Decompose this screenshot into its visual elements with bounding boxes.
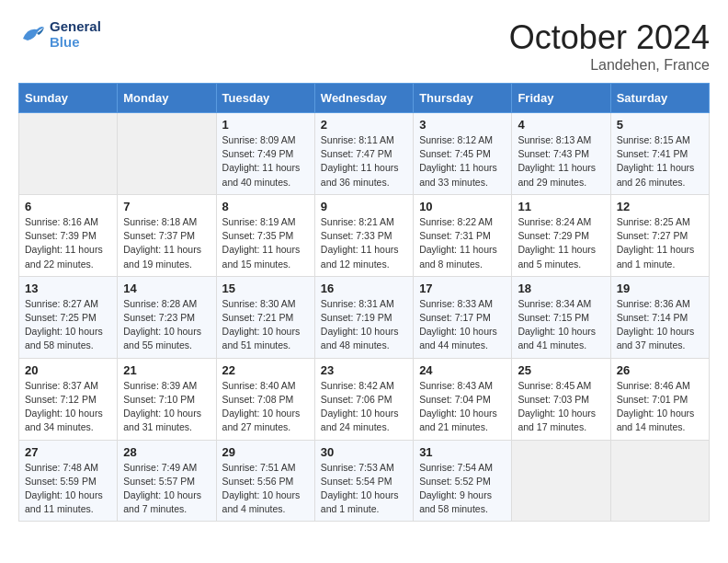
day-info: Sunrise: 8:45 AMSunset: 7:03 PMDaylight:… [518, 380, 596, 433]
logo-icon [18, 20, 46, 48]
calendar-cell: 3Sunrise: 8:12 AMSunset: 7:45 PMDaylight… [414, 113, 512, 195]
day-info: Sunrise: 8:13 AMSunset: 7:43 PMDaylight:… [518, 134, 596, 188]
calendar-cell: 6Sunrise: 8:16 AMSunset: 7:39 PMDaylight… [19, 194, 118, 276]
calendar-cell: 7Sunrise: 8:18 AMSunset: 7:37 PMDaylight… [118, 194, 216, 276]
day-number: 27 [25, 445, 111, 459]
calendar-cell: 5Sunrise: 8:15 AMSunset: 7:41 PMDaylight… [610, 113, 709, 195]
calendar-cell [610, 440, 709, 522]
day-number: 8 [222, 200, 309, 213]
day-info: Sunrise: 8:19 AMSunset: 7:35 PMDaylight:… [222, 216, 301, 270]
calendar-header-friday: Friday [512, 84, 610, 113]
calendar-cell: 18Sunrise: 8:34 AMSunset: 7:15 PMDayligh… [512, 276, 610, 358]
day-info: Sunrise: 8:33 AMSunset: 7:17 PMDaylight:… [419, 298, 497, 351]
day-info: Sunrise: 8:28 AMSunset: 7:23 PMDaylight:… [123, 298, 201, 351]
calendar-week-2: 6Sunrise: 8:16 AMSunset: 7:39 PMDaylight… [19, 194, 710, 276]
calendar-cell: 24Sunrise: 8:43 AMSunset: 7:04 PMDayligh… [414, 358, 512, 440]
month-title: October 2024 [509, 18, 710, 57]
day-number: 17 [419, 282, 506, 295]
day-number: 19 [617, 282, 703, 295]
calendar-cell: 9Sunrise: 8:21 AMSunset: 7:33 PMDaylight… [314, 194, 413, 276]
calendar-cell: 16Sunrise: 8:31 AMSunset: 7:19 PMDayligh… [314, 276, 413, 358]
day-number: 26 [617, 363, 703, 377]
calendar-header-row: SundayMondayTuesdayWednesdayThursdayFrid… [19, 84, 710, 113]
calendar-cell [19, 113, 118, 195]
calendar-header-wednesday: Wednesday [314, 84, 413, 113]
day-info: Sunrise: 7:51 AMSunset: 5:56 PMDaylight:… [222, 462, 301, 515]
day-info: Sunrise: 8:22 AMSunset: 7:31 PMDaylight:… [419, 216, 497, 270]
calendar-cell: 29Sunrise: 7:51 AMSunset: 5:56 PMDayligh… [216, 440, 314, 522]
logo: General Blue [18, 18, 101, 50]
location: Landehen, France [509, 57, 710, 74]
calendar-cell: 10Sunrise: 8:22 AMSunset: 7:31 PMDayligh… [414, 194, 512, 276]
day-number: 1 [222, 118, 309, 132]
day-number: 13 [25, 282, 111, 295]
calendar-week-1: 1Sunrise: 8:09 AMSunset: 7:49 PMDaylight… [19, 113, 710, 195]
calendar-cell: 21Sunrise: 8:39 AMSunset: 7:10 PMDayligh… [118, 358, 216, 440]
calendar-body: 1Sunrise: 8:09 AMSunset: 7:49 PMDaylight… [19, 113, 710, 522]
day-info: Sunrise: 8:11 AMSunset: 7:47 PMDaylight:… [321, 134, 399, 188]
calendar-cell: 20Sunrise: 8:37 AMSunset: 7:12 PMDayligh… [19, 358, 118, 440]
calendar-cell [512, 440, 610, 522]
day-info: Sunrise: 8:09 AMSunset: 7:49 PMDaylight:… [222, 134, 301, 188]
calendar-cell: 19Sunrise: 8:36 AMSunset: 7:14 PMDayligh… [610, 276, 709, 358]
calendar-header-sunday: Sunday [19, 84, 118, 113]
calendar-header-tuesday: Tuesday [216, 84, 314, 113]
day-info: Sunrise: 8:40 AMSunset: 7:08 PMDaylight:… [222, 380, 301, 433]
calendar-cell: 8Sunrise: 8:19 AMSunset: 7:35 PMDaylight… [216, 194, 314, 276]
day-number: 5 [617, 118, 703, 132]
day-number: 10 [419, 200, 506, 213]
calendar-cell: 26Sunrise: 8:46 AMSunset: 7:01 PMDayligh… [610, 358, 709, 440]
day-info: Sunrise: 8:18 AMSunset: 7:37 PMDaylight:… [123, 216, 201, 270]
day-number: 20 [25, 363, 111, 377]
day-info: Sunrise: 8:30 AMSunset: 7:21 PMDaylight:… [222, 298, 301, 351]
calendar-cell: 13Sunrise: 8:27 AMSunset: 7:25 PMDayligh… [19, 276, 118, 358]
day-number: 11 [518, 200, 604, 213]
day-info: Sunrise: 7:48 AMSunset: 5:59 PMDaylight:… [25, 462, 103, 515]
calendar-cell: 23Sunrise: 8:42 AMSunset: 7:06 PMDayligh… [314, 358, 413, 440]
calendar-cell: 15Sunrise: 8:30 AMSunset: 7:21 PMDayligh… [216, 276, 314, 358]
day-info: Sunrise: 8:31 AMSunset: 7:19 PMDaylight:… [321, 298, 399, 351]
calendar-cell: 28Sunrise: 7:49 AMSunset: 5:57 PMDayligh… [118, 440, 216, 522]
calendar-week-5: 27Sunrise: 7:48 AMSunset: 5:59 PMDayligh… [19, 440, 710, 522]
day-info: Sunrise: 8:43 AMSunset: 7:04 PMDaylight:… [419, 380, 497, 433]
calendar-cell: 11Sunrise: 8:24 AMSunset: 7:29 PMDayligh… [512, 194, 610, 276]
day-info: Sunrise: 8:12 AMSunset: 7:45 PMDaylight:… [419, 134, 497, 188]
day-info: Sunrise: 7:54 AMSunset: 5:52 PMDaylight:… [419, 462, 493, 515]
logo-text: General Blue [50, 18, 101, 50]
day-number: 30 [321, 445, 407, 459]
day-info: Sunrise: 8:39 AMSunset: 7:10 PMDaylight:… [123, 380, 201, 433]
calendar-header-thursday: Thursday [414, 84, 512, 113]
day-info: Sunrise: 8:24 AMSunset: 7:29 PMDaylight:… [518, 216, 596, 270]
day-number: 22 [222, 363, 309, 377]
day-number: 28 [123, 445, 210, 459]
day-info: Sunrise: 7:49 AMSunset: 5:57 PMDaylight:… [123, 462, 201, 515]
day-number: 4 [518, 118, 604, 132]
calendar-cell: 2Sunrise: 8:11 AMSunset: 7:47 PMDaylight… [314, 113, 413, 195]
calendar-cell: 17Sunrise: 8:33 AMSunset: 7:17 PMDayligh… [414, 276, 512, 358]
day-number: 9 [321, 200, 407, 213]
day-number: 23 [321, 363, 407, 377]
day-number: 6 [25, 200, 111, 213]
calendar-header-monday: Monday [118, 84, 216, 113]
calendar-cell: 30Sunrise: 7:53 AMSunset: 5:54 PMDayligh… [314, 440, 413, 522]
calendar-cell: 12Sunrise: 8:25 AMSunset: 7:27 PMDayligh… [610, 194, 709, 276]
day-number: 29 [222, 445, 309, 459]
calendar-cell: 31Sunrise: 7:54 AMSunset: 5:52 PMDayligh… [414, 440, 512, 522]
day-info: Sunrise: 8:36 AMSunset: 7:14 PMDaylight:… [617, 298, 695, 351]
calendar-cell: 4Sunrise: 8:13 AMSunset: 7:43 PMDaylight… [512, 113, 610, 195]
day-number: 24 [419, 363, 506, 377]
day-info: Sunrise: 8:34 AMSunset: 7:15 PMDaylight:… [518, 298, 596, 351]
day-info: Sunrise: 8:21 AMSunset: 7:33 PMDaylight:… [321, 216, 399, 270]
day-info: Sunrise: 8:27 AMSunset: 7:25 PMDaylight:… [25, 298, 103, 351]
day-number: 7 [123, 200, 210, 213]
calendar-cell: 22Sunrise: 8:40 AMSunset: 7:08 PMDayligh… [216, 358, 314, 440]
day-info: Sunrise: 8:15 AMSunset: 7:41 PMDaylight:… [617, 134, 695, 188]
day-info: Sunrise: 8:46 AMSunset: 7:01 PMDaylight:… [617, 380, 695, 433]
day-number: 16 [321, 282, 407, 295]
day-number: 18 [518, 282, 604, 295]
calendar-cell: 25Sunrise: 8:45 AMSunset: 7:03 PMDayligh… [512, 358, 610, 440]
calendar-cell [118, 113, 216, 195]
day-number: 3 [419, 118, 506, 132]
calendar-table: SundayMondayTuesdayWednesdayThursdayFrid… [18, 83, 710, 522]
calendar-cell: 14Sunrise: 8:28 AMSunset: 7:23 PMDayligh… [118, 276, 216, 358]
